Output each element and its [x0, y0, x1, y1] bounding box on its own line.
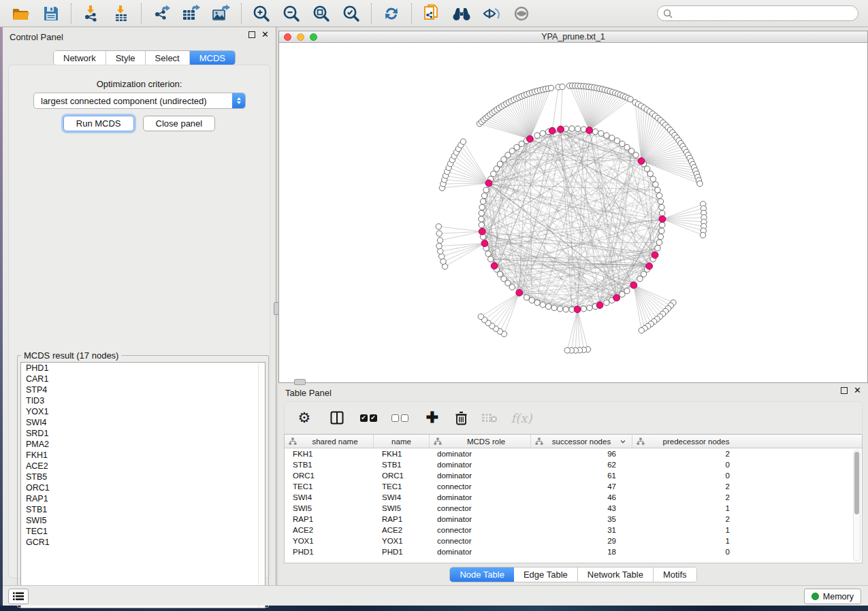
- network-node[interactable]: [479, 222, 484, 227]
- mcds-hub-node[interactable]: [638, 158, 645, 165]
- table-row[interactable]: YOX1YOX1connector291: [285, 535, 862, 546]
- function-builder-button[interactable]: f(x): [509, 406, 534, 429]
- network-node[interactable]: [604, 300, 609, 306]
- column-header-successor-nodes[interactable]: successor nodes: [531, 435, 632, 448]
- mcds-result-item[interactable]: SWI4: [21, 417, 265, 428]
- table-row[interactable]: ORC1ORC1dominator610: [285, 470, 862, 481]
- network-node[interactable]: [534, 133, 540, 138]
- mcds-result-item[interactable]: TEC1: [21, 526, 265, 537]
- network-node[interactable]: [534, 300, 540, 306]
- mcds-result-item[interactable]: SWI5: [21, 515, 265, 526]
- import-table-button[interactable]: [107, 2, 135, 25]
- mcds-hub-node[interactable]: [586, 127, 593, 134]
- network-node[interactable]: [540, 131, 545, 136]
- mcds-hub-node[interactable]: [574, 306, 581, 313]
- task-history-button[interactable]: [8, 589, 29, 604]
- tab-select[interactable]: Select: [146, 51, 190, 65]
- zoom-out-button[interactable]: [277, 2, 306, 25]
- column-header-mcds-role[interactable]: MCDS role: [430, 435, 531, 448]
- mcds-result-item[interactable]: CAR1: [21, 374, 265, 384]
- table-row[interactable]: SWI5SWI5connector431: [285, 503, 862, 514]
- run-mcds-button[interactable]: Run MCDS: [63, 116, 134, 131]
- network-node[interactable]: [483, 187, 489, 193]
- network-node[interactable]: [653, 182, 658, 187]
- network-node[interactable]: [563, 307, 568, 312]
- table-settings-button[interactable]: ⚙: [294, 406, 315, 429]
- network-node[interactable]: [655, 246, 660, 251]
- network-node[interactable]: [639, 327, 644, 333]
- tab-mcds[interactable]: MCDS: [190, 51, 235, 65]
- network-node[interactable]: [481, 193, 487, 198]
- network-node[interactable]: [479, 216, 484, 222]
- refresh-button[interactable]: [377, 2, 406, 25]
- table-scrollbar[interactable]: [853, 450, 861, 561]
- tab-network-table[interactable]: Network Table: [578, 567, 654, 582]
- network-node[interactable]: [479, 204, 485, 210]
- network-node[interactable]: [658, 234, 663, 240]
- mcds-hub-node[interactable]: [652, 252, 658, 259]
- tab-motifs[interactable]: Motifs: [654, 567, 696, 582]
- delete-column-button[interactable]: [451, 406, 471, 429]
- mcds-hub-node[interactable]: [646, 263, 653, 269]
- table-scrollbar-thumb[interactable]: [854, 452, 859, 514]
- horizontal-splitter-handle[interactable]: [294, 379, 306, 385]
- network-node[interactable]: [633, 152, 639, 158]
- delete-table-button[interactable]: [478, 406, 501, 429]
- network-node[interactable]: [436, 224, 441, 229]
- show-columns-button[interactable]: [327, 406, 347, 429]
- table-row[interactable]: STB1STB1dominator620: [285, 459, 862, 470]
- save-button[interactable]: [37, 2, 65, 25]
- mcds-hub-node[interactable]: [481, 240, 488, 247]
- table-row[interactable]: PHD1PHD1dominator180: [285, 546, 862, 557]
- network-node[interactable]: [637, 276, 643, 281]
- network-node[interactable]: [659, 228, 664, 233]
- mcds-result-item[interactable]: YOX1: [21, 406, 265, 417]
- mcds-hub-node[interactable]: [491, 263, 498, 269]
- network-node[interactable]: [479, 210, 484, 216]
- network-node[interactable]: [581, 306, 586, 312]
- open-file-button[interactable]: [7, 2, 35, 25]
- tab-network[interactable]: Network: [54, 51, 106, 65]
- float-table-panel-icon[interactable]: [841, 387, 848, 394]
- column-header-name[interactable]: name: [374, 435, 430, 448]
- window-zoom-traffic-light[interactable]: [310, 33, 317, 41]
- network-node[interactable]: [644, 166, 649, 171]
- mcds-result-item[interactable]: FKH1: [21, 450, 265, 461]
- network-node[interactable]: [491, 171, 496, 176]
- network-node[interactable]: [660, 222, 665, 227]
- network-node[interactable]: [437, 237, 443, 243]
- network-node[interactable]: [436, 243, 442, 248]
- show-all-button[interactable]: [507, 2, 536, 25]
- column-header-shared-name[interactable]: shared name: [285, 435, 374, 448]
- mcds-hub-node[interactable]: [630, 282, 637, 288]
- mcds-result-item[interactable]: GCR1: [21, 537, 265, 548]
- export-table-button[interactable]: [177, 2, 206, 25]
- mcds-hub-node[interactable]: [613, 295, 620, 301]
- network-node[interactable]: [614, 138, 620, 144]
- clone-network-button[interactable]: [417, 2, 446, 25]
- tab-edge-table[interactable]: Edge Table: [514, 567, 578, 582]
- network-node[interactable]: [560, 84, 565, 89]
- select-all-button[interactable]: ✔ ✔: [357, 406, 380, 429]
- network-node[interactable]: [478, 314, 483, 319]
- network-node[interactable]: [439, 254, 445, 259]
- window-minimize-traffic-light[interactable]: [297, 33, 304, 41]
- network-node[interactable]: [485, 251, 491, 257]
- mcds-result-item[interactable]: STP4: [21, 384, 265, 395]
- mcds-result-item[interactable]: RAP1: [21, 493, 265, 504]
- network-node[interactable]: [575, 126, 580, 131]
- search-input[interactable]: [676, 9, 852, 18]
- network-node[interactable]: [697, 181, 703, 186]
- export-network-button[interactable]: [147, 2, 176, 25]
- zoom-in-button[interactable]: [247, 2, 276, 25]
- network-node[interactable]: [604, 133, 609, 138]
- float-panel-icon[interactable]: [248, 31, 255, 38]
- mcds-result-scrollbar[interactable]: [258, 363, 265, 608]
- mcds-result-item[interactable]: PMA2: [21, 439, 265, 450]
- mcds-result-item[interactable]: PHD1: [21, 363, 265, 374]
- create-column-button[interactable]: ✚: [422, 406, 443, 429]
- network-node[interactable]: [656, 193, 662, 198]
- network-node[interactable]: [656, 240, 662, 245]
- table-row[interactable]: FKH1FKH1dominator962: [285, 448, 862, 459]
- network-node[interactable]: [587, 305, 592, 310]
